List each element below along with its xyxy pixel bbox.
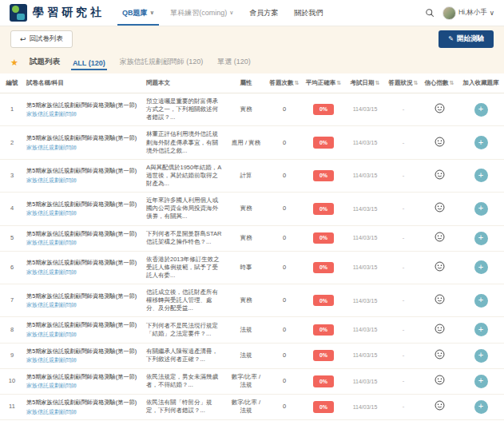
- paper-name-cell: 第5期家族信託規劃顧問師資格測驗(第一節) 家族信託規劃顧問師: [24, 284, 144, 317]
- paper-subject-link[interactable]: 家族信託規劃顧問師: [26, 177, 141, 184]
- sort-icon[interactable]: ⇅: [450, 80, 454, 85]
- table-row[interactable]: 1 第5期家族信託規劃顧問師資格測驗(第一節) 家族信託規劃顧問師 預立遺囑是重…: [0, 93, 504, 126]
- start-test-button[interactable]: ✎ 開始測驗: [439, 30, 494, 48]
- paper-subject-link[interactable]: 家族信託規劃顧問師: [26, 239, 141, 246]
- avg-accuracy-cell: 0%: [303, 394, 344, 419]
- add-to-favorites-button[interactable]: +: [474, 260, 488, 274]
- add-to-favorites-button[interactable]: +: [474, 136, 488, 149]
- table-row[interactable]: 6 第5期家族信託規劃顧問師資格測驗(第一節) 家族信託規劃顧問師 依香港於20…: [0, 251, 504, 284]
- answer-status-cell: -: [386, 225, 421, 251]
- add-favorite-cell: +: [458, 368, 504, 394]
- paper-subject-link[interactable]: 家族信託規劃顧問師: [26, 268, 141, 276]
- confidence-cell: [421, 93, 458, 126]
- add-to-favorites-button[interactable]: +: [474, 169, 488, 182]
- paper-subject-link[interactable]: 家族信託規劃顧問師: [26, 110, 141, 117]
- nav-item-label: QB題庫: [122, 8, 148, 18]
- col-header-confidence[interactable]: 信心指數⇅: [421, 73, 458, 93]
- user-menu[interactable]: Hi,林小手 ∨: [442, 6, 494, 20]
- accuracy-badge: 0%: [313, 295, 334, 306]
- add-to-favorites-button[interactable]: +: [474, 375, 488, 388]
- answer-status-cell: -: [386, 284, 421, 317]
- paper-name-cell: 第5期家族信託規劃顧問師資格測驗(第一節) 家族信託規劃顧問師: [24, 251, 144, 284]
- user-greeting: Hi,林小手: [458, 8, 487, 18]
- row-number: 10: [0, 368, 24, 394]
- table-row[interactable]: 10 第5期家族信託規劃顧問師資格測驗(第一節) 家族信託規劃顧問師 依民法規定…: [0, 368, 504, 394]
- paper-subject-link[interactable]: 家族信託規劃顧問師: [26, 331, 141, 338]
- question-text[interactable]: 近年來許多國人利用個人或國內公司資金佈局投資海外債券，有關其...: [146, 197, 224, 220]
- nav-item-about[interactable]: 關於我們: [294, 0, 323, 26]
- question-text[interactable]: 信託成立後，信託財產所有權移轉與受託人管理、處分、及分配受益...: [146, 288, 224, 312]
- tab-single-choice[interactable]: 單選 (120): [216, 57, 252, 70]
- paper-title[interactable]: 第5期家族信託規劃顧問師資格測驗(第一節): [26, 101, 141, 109]
- brand-title: 學習研究社: [33, 6, 105, 20]
- add-to-favorites-button[interactable]: +: [474, 232, 488, 245]
- question-text[interactable]: 下列何者不是開曼群島STAR信託架構之操作特色？...: [146, 230, 224, 246]
- add-to-favorites-button[interactable]: +: [474, 349, 488, 363]
- accuracy-badge: 0%: [313, 104, 334, 115]
- question-text[interactable]: A與其配偶於1950年結婚，A過世後，其於結婚前取得之財產為...: [146, 164, 224, 188]
- paper-subject-link[interactable]: 家族信託規劃顧問師: [26, 144, 141, 151]
- table-row[interactable]: 11 第5期家族信託規劃顧問師資格測驗(第一節) 家族信託規劃顧問師 依民法有關…: [0, 394, 504, 419]
- add-to-favorites-button[interactable]: +: [474, 202, 488, 216]
- table-row[interactable]: 4 第5期家族信託規劃顧問師資格測驗(第一節) 家族信託規劃顧問師 近年來許多國…: [0, 193, 504, 225]
- paper-title[interactable]: 第5期家族信託規劃顧問師資格測驗(第一節): [26, 230, 141, 238]
- question-text[interactable]: 依民法有關「特留分」規定，下列何者錯誤？...: [146, 399, 224, 415]
- paper-title[interactable]: 第5期家族信託規劃顧問師資格測驗(第一節): [26, 373, 141, 381]
- col-header-exam-date[interactable]: 考試日期⇅: [344, 73, 386, 93]
- sort-icon[interactable]: ⇅: [375, 80, 380, 85]
- col-header-avg-accuracy[interactable]: 平均正確率⇅: [303, 73, 344, 93]
- question-text[interactable]: 林董正評估利用境外信託規劃海外財產傳承事宜，有關境外信託之敘...: [146, 130, 224, 154]
- paper-subject-link[interactable]: 家族信託規劃顧問師: [26, 408, 141, 415]
- paper-subject-link[interactable]: 家族信託規劃顧問師: [26, 209, 141, 216]
- table-row[interactable]: 9 第5期家族信託規劃顧問師資格測驗(第一節) 家族信託規劃顧問師 有關繼承人陳…: [0, 343, 504, 368]
- question-text[interactable]: 下列何者不是民法現行規定「結婚」之法定要件？...: [146, 322, 224, 338]
- sort-icon[interactable]: ⇅: [295, 80, 300, 85]
- answer-count-cell: 0: [266, 368, 303, 394]
- table-row[interactable]: 5 第5期家族信託規劃顧問師資格測驗(第一節) 家族信託規劃顧問師 下列何者不是…: [0, 225, 504, 251]
- paper-title[interactable]: 第5期家族信託規劃顧問師資格測驗(第一節): [26, 292, 141, 300]
- avg-accuracy-cell: 0%: [303, 193, 344, 225]
- question-text[interactable]: 預立遺囑是重要的財富傳承方式之一，下列相關敘述何者錯誤？...: [146, 97, 224, 121]
- paper-name-cell: 第5期家族信託規劃顧問師資格測驗(第一節) 家族信託規劃顧問師: [24, 193, 144, 225]
- add-to-favorites-button[interactable]: +: [474, 294, 488, 308]
- paper-title[interactable]: 第5期家族信託規劃顧問師資格測驗(第一節): [26, 321, 141, 329]
- table-row[interactable]: 2 第5期家族信託規劃顧問師資格測驗(第一節) 家族信託規劃顧問師 林董正評估利…: [0, 126, 504, 159]
- question-text[interactable]: 有關繼承人陳報遺產清冊，下列敘述何者正確？...: [146, 348, 224, 363]
- attribute-label: 實務: [240, 296, 252, 304]
- brand-logo-icon: [10, 4, 27, 22]
- answer-status-cell: -: [386, 251, 421, 284]
- paper-subject-link[interactable]: 家族信託規劃顧問師: [26, 382, 141, 389]
- attribute-label: 數字/比率 / 法規: [232, 399, 260, 414]
- nav-item-single-subject[interactable]: 單科練習(coming) ∨: [170, 0, 233, 26]
- topbar-right: Hi,林小手 ∨: [424, 6, 494, 20]
- paper-title[interactable]: 第5期家族信託規劃顧問師資格測驗(第一節): [26, 201, 141, 209]
- question-text[interactable]: 依民法規定，男女未滿幾歲者，不得結婚？...: [146, 373, 224, 389]
- search-icon[interactable]: [424, 7, 435, 18]
- exam-date-cell: 114/03/15: [344, 193, 386, 225]
- nav-item-qb-bank[interactable]: QB題庫 ∨: [122, 0, 154, 26]
- paper-title[interactable]: 第5期家族信託規劃顧問師資格測驗(第一節): [26, 134, 141, 142]
- add-to-favorites-button[interactable]: +: [474, 323, 488, 336]
- add-to-favorites-button[interactable]: +: [474, 103, 488, 117]
- paper-title[interactable]: 第5期家族信託規劃顧問師資格測驗(第一節): [26, 399, 141, 407]
- sort-icon[interactable]: ⇅: [414, 80, 419, 85]
- tab-all[interactable]: ALL (120): [71, 59, 107, 70]
- question-text[interactable]: 依香港於2013年修訂生效之受託人條例規範，賦予了受託人有委...: [146, 256, 224, 280]
- paper-title[interactable]: 第5期家族信託規劃顧問師資格測驗(第一節): [26, 259, 141, 267]
- col-header-question-text: 問題本文: [144, 73, 226, 93]
- tab-family-trust-advisor[interactable]: 家族信託規劃顧問師 (120): [118, 57, 205, 70]
- nav-item-membership[interactable]: 會員方案: [249, 0, 278, 26]
- table-row[interactable]: 8 第5期家族信託規劃顧問師資格測驗(第一節) 家族信託規劃顧問師 下列何者不是…: [0, 317, 504, 343]
- col-header-answer-status[interactable]: 答題狀況⇅: [386, 73, 421, 93]
- table-row[interactable]: 7 第5期家族信託規劃顧問師資格測驗(第一節) 家族信託規劃顧問師 信託成立後，…: [0, 284, 504, 317]
- paper-subject-link[interactable]: 家族信託規劃顧問師: [26, 356, 141, 363]
- table-row[interactable]: 3 第5期家族信託規劃顧問師資格測驗(第一節) 家族信託規劃顧問師 A與其配偶於…: [0, 159, 504, 192]
- paper-title[interactable]: 第5期家族信託規劃顧問師資格測驗(第一節): [26, 348, 141, 355]
- col-header-answer-count[interactable]: 答題次數⇅: [266, 73, 303, 93]
- paper-title[interactable]: 第5期家族信託規劃顧問師資格測驗(第一節): [26, 167, 141, 175]
- add-to-favorites-button[interactable]: +: [474, 400, 488, 414]
- back-to-papers-button[interactable]: ↩ 回試卷列表: [10, 30, 73, 48]
- question-text-cell: 依民法規定，男女未滿幾歲者，不得結婚？...: [144, 368, 226, 394]
- sort-icon[interactable]: ⇅: [336, 80, 341, 85]
- paper-subject-link[interactable]: 家族信託規劃顧問師: [26, 301, 141, 308]
